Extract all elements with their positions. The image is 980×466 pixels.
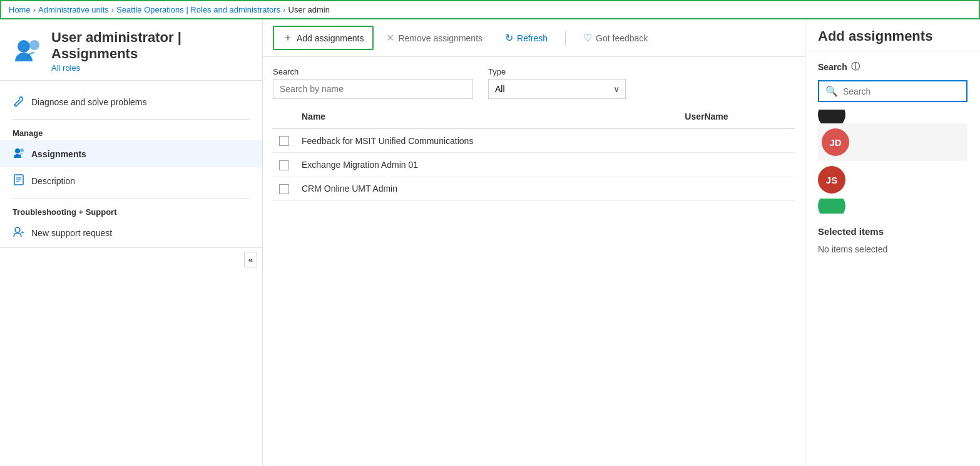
row-3-name: CRM Online UMT Admin	[295, 177, 678, 200]
page-title: User administrator | Assignments	[51, 29, 250, 62]
type-select[interactable]: All User Group Service principal	[488, 79, 626, 99]
avatar-list: JD JS	[818, 110, 967, 214]
right-search-input[interactable]	[843, 86, 960, 96]
troubleshoot-divider	[13, 198, 250, 199]
toolbar: ＋ Add assignments ✕ Remove assignments ↻…	[263, 19, 805, 57]
search-group: Search	[273, 67, 473, 99]
sidebar-item-support-label: New support request	[31, 228, 112, 238]
row-checkbox-1[interactable]	[279, 136, 289, 146]
no-items-text: No items selected	[818, 244, 967, 254]
manage-divider	[13, 119, 250, 120]
avatar-js: JS	[818, 166, 845, 194]
sidebar-item-description-label: Description	[31, 176, 75, 186]
description-icon	[13, 173, 25, 188]
search-field-label: Search	[273, 67, 473, 76]
username-column-header: UserName	[678, 105, 795, 128]
breadcrumb-current: User admin	[288, 5, 330, 14]
wrench-icon	[13, 95, 25, 109]
name-column-header: Name	[295, 105, 678, 128]
search-icon: 🔍	[825, 85, 838, 97]
troubleshoot-section-label: Troubleshooting + Support	[0, 202, 262, 219]
svg-point-8	[15, 227, 20, 232]
refresh-label: Refresh	[517, 33, 548, 43]
type-field-label: Type	[488, 67, 626, 76]
collapse-button[interactable]: «	[244, 252, 257, 267]
svg-point-2	[15, 148, 20, 153]
sidebar-item-description[interactable]: Description	[0, 167, 262, 194]
avatar-1	[818, 110, 845, 123]
row-1-username	[678, 128, 795, 153]
sidebar-nav: Diagnose and solve problems Manage Assig…	[0, 81, 262, 254]
table-area: Name UserName Feedback for MSIT Unified …	[263, 105, 805, 466]
row-checkbox-3[interactable]	[279, 184, 289, 194]
heart-icon: ♡	[583, 32, 592, 44]
row-checkbox-2[interactable]	[279, 160, 289, 170]
right-panel-title: Add assignments	[805, 19, 980, 51]
assignments-table: Name UserName Feedback for MSIT Unified …	[273, 105, 795, 201]
sidebar-item-support[interactable]: + New support request	[0, 219, 262, 246]
add-assignments-button[interactable]: ＋ Add assignments	[273, 26, 374, 50]
support-icon: +	[13, 225, 25, 240]
type-select-wrapper: All User Group Service principal ∨	[488, 79, 626, 99]
type-group: Type All User Group Service principal ∨	[488, 67, 626, 99]
right-search-label: Search	[818, 62, 847, 72]
svg-text:+: +	[21, 229, 24, 236]
table-row: Exchange Migration Admin 01	[273, 153, 795, 177]
remove-assignments-button[interactable]: ✕ Remove assignments	[376, 26, 493, 49]
avatar-item-2[interactable]: JD	[818, 123, 967, 161]
page-header: User administrator | Assignments All rol…	[0, 19, 262, 81]
feedback-label: Got feedback	[596, 33, 648, 43]
add-assignments-label: Add assignments	[297, 33, 364, 43]
breadcrumb: Home › Administrative units › Seattle Op…	[0, 0, 980, 19]
svg-point-3	[20, 148, 24, 152]
sidebar-item-diagnose[interactable]: Diagnose and solve problems	[0, 88, 262, 115]
avatar-jd: JD	[822, 128, 849, 156]
sidebar-item-diagnose-label: Diagnose and solve problems	[31, 97, 146, 107]
breadcrumb-home[interactable]: Home	[9, 5, 31, 14]
content-area: ＋ Add assignments ✕ Remove assignments ↻…	[263, 19, 805, 466]
filter-area: Search Type All User Group Service princ…	[263, 57, 805, 105]
row-3-username	[678, 177, 795, 200]
selected-items-label: Selected items	[818, 226, 967, 237]
info-icon: ⓘ	[851, 61, 860, 73]
right-search-label-row: Search ⓘ	[818, 61, 967, 73]
right-search-field: 🔍	[818, 80, 967, 102]
refresh-icon: ↻	[505, 32, 513, 44]
sidebar: User administrator | Assignments All rol…	[0, 19, 263, 466]
toolbar-divider	[565, 31, 566, 46]
assignments-icon	[13, 147, 25, 161]
svg-point-1	[29, 40, 39, 50]
manage-section-label: Manage	[0, 123, 262, 140]
right-panel-body: Search ⓘ 🔍 JD JS	[805, 51, 980, 264]
row-2-username	[678, 153, 795, 177]
right-panel: Add assignments Search ⓘ 🔍 JD	[805, 19, 980, 466]
sidebar-item-assignments[interactable]: Assignments	[0, 140, 262, 167]
refresh-button[interactable]: ↻ Refresh	[495, 26, 558, 49]
avatar-item-4[interactable]	[818, 199, 967, 214]
avatar-item-1[interactable]	[818, 110, 967, 123]
table-row: Feedback for MSIT Unified Communications	[273, 128, 795, 153]
breadcrumb-admin-units[interactable]: Administrative units	[38, 5, 109, 14]
sidebar-item-assignments-label: Assignments	[31, 149, 86, 159]
avatar-item-3[interactable]: JS	[818, 161, 967, 199]
plus-icon: ＋	[283, 31, 293, 44]
row-1-name: Feedback for MSIT Unified Communications	[295, 128, 678, 153]
table-row: CRM Online UMT Admin	[273, 177, 795, 200]
remove-assignments-label: Remove assignments	[398, 33, 482, 43]
svg-point-0	[18, 40, 30, 53]
search-input[interactable]	[273, 79, 473, 99]
select-all-header	[273, 105, 295, 128]
feedback-button[interactable]: ♡ Got feedback	[573, 26, 658, 49]
x-icon: ✕	[386, 32, 394, 44]
collapse-icon: «	[248, 255, 253, 264]
user-admin-icon	[13, 36, 43, 66]
avatar-4	[818, 199, 845, 214]
row-2-name: Exchange Migration Admin 01	[295, 153, 678, 177]
page-subtitle: All roles	[51, 63, 250, 73]
breadcrumb-seattle[interactable]: Seattle Operations | Roles and administr…	[116, 5, 280, 14]
